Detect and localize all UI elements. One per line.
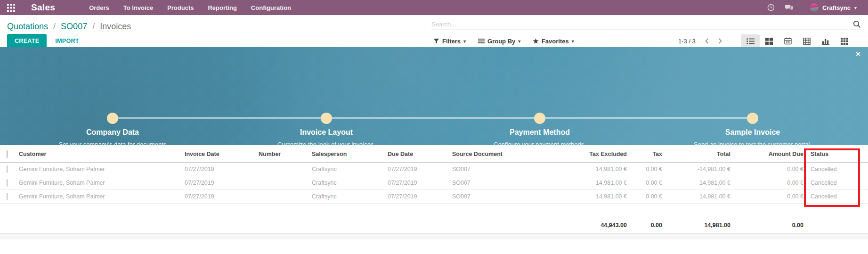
- step-description: Send an invoice to test the customer por…: [691, 140, 814, 145]
- apps-menu-icon[interactable]: [6, 2, 16, 13]
- cell-tax: 0.00 €: [629, 166, 664, 172]
- step-description: Configure your payment methods.: [479, 140, 601, 145]
- cell-total: 14,981.00 €: [664, 193, 732, 200]
- row-checkbox[interactable]: [7, 193, 8, 200]
- breadcrumb-quotations[interactable]: Quotations: [7, 22, 48, 31]
- column-invoice-date[interactable]: Invoice Date: [185, 151, 259, 157]
- step-title: Sample Invoice: [691, 128, 814, 137]
- favorites-dropdown[interactable]: ★ Favorites ▾: [533, 37, 574, 45]
- row-checkbox[interactable]: [7, 179, 8, 187]
- table-row[interactable]: Gemini Furniture, Soham Palmer 07/27/201…: [0, 176, 868, 190]
- cell-customer: Gemini Furniture, Soham Palmer: [19, 180, 185, 186]
- column-number[interactable]: Number: [259, 151, 312, 157]
- list-header-row: Customer Invoice Date Number Salesperson…: [0, 146, 868, 163]
- cell-tax: 0.00 €: [629, 193, 664, 200]
- cell-status: Cancelled: [805, 166, 861, 172]
- column-salesperson[interactable]: Salesperson: [312, 151, 388, 157]
- step-description: Set your company's data for documents he…: [51, 140, 174, 145]
- create-button[interactable]: CREATE: [7, 34, 47, 48]
- top-navbar: Sales Orders To Invoice Products Reporti…: [0, 0, 868, 15]
- user-avatar: [810, 3, 819, 12]
- pager: 1-3 / 3: [678, 38, 723, 45]
- menu-products[interactable]: Products: [167, 4, 194, 11]
- row-checkbox[interactable]: [7, 165, 8, 173]
- onboarding-timeline: [113, 117, 753, 119]
- column-total[interactable]: Total: [664, 151, 732, 157]
- cell-salesperson: Craftsync: [312, 166, 388, 172]
- column-tax-excluded[interactable]: Tax Excluded: [570, 151, 629, 157]
- view-pivot-icon[interactable]: [797, 34, 816, 48]
- total-tax-excluded: 44,943.00: [570, 222, 629, 229]
- cell-amount-due: 0.00 €: [732, 166, 805, 172]
- column-status[interactable]: Status: [805, 151, 861, 157]
- cell-invoice-date: 07/27/2019: [185, 193, 259, 200]
- view-list-icon[interactable]: [741, 34, 760, 48]
- empty-row: [0, 204, 868, 217]
- menu-orders[interactable]: Orders: [89, 4, 109, 11]
- column-amount-due[interactable]: Amount Due: [732, 151, 805, 157]
- breadcrumb-so007[interactable]: SO007: [61, 22, 87, 31]
- view-calendar-icon[interactable]: [779, 34, 797, 48]
- view-activity-icon[interactable]: [835, 34, 854, 48]
- search-bar: [431, 20, 861, 30]
- menu-configuration[interactable]: Configuration: [251, 4, 291, 11]
- onboarding-step-payment-method: Payment Method Configure your payment me…: [479, 128, 601, 145]
- table-row[interactable]: Gemini Furniture, Soham Palmer 07/27/201…: [0, 163, 868, 176]
- chevron-down-icon: ▾: [572, 39, 574, 44]
- timeline-dot-company-data[interactable]: [107, 113, 118, 124]
- search-options: Filters ▾ Group By ▾ ★ Favorites ▾: [433, 37, 574, 45]
- user-menu[interactable]: Craftsync ▾: [810, 3, 857, 12]
- messages-chat-icon[interactable]: [785, 4, 793, 11]
- filters-label: Filters: [442, 38, 461, 45]
- timeline-dot-invoice-layout[interactable]: [321, 113, 332, 124]
- group-by-label: Group By: [487, 38, 515, 45]
- menu-to-invoice[interactable]: To Invoice: [123, 4, 153, 11]
- pager-next-icon[interactable]: [718, 38, 723, 44]
- top-right-tools: Craftsync ▾: [767, 3, 857, 12]
- step-title: Company Data: [51, 128, 174, 137]
- total-tax: 0.00: [629, 222, 664, 229]
- onboarding-banner: × Company Data Set your company's data f…: [0, 47, 868, 145]
- cell-amount-due: 0.00 €: [732, 180, 805, 186]
- view-kanban-icon[interactable]: [760, 34, 779, 48]
- search-icon[interactable]: [853, 20, 861, 28]
- banner-close-icon[interactable]: ×: [856, 50, 860, 58]
- view-graph-icon[interactable]: [816, 34, 835, 48]
- cell-tax-excluded: 14,981.00 €: [570, 193, 629, 200]
- total-amount-due: 0.00: [732, 222, 805, 229]
- list-footer-band: [0, 233, 868, 239]
- step-title: Invoice Layout: [265, 128, 388, 137]
- top-menu: Orders To Invoice Products Reporting Con…: [89, 4, 291, 11]
- user-name: Craftsync: [822, 4, 851, 11]
- chevron-down-icon: ▾: [854, 5, 857, 10]
- filter-funnel-icon: [433, 38, 439, 44]
- column-customer[interactable]: Customer: [19, 151, 185, 157]
- search-input[interactable]: [431, 21, 853, 28]
- column-tax[interactable]: Tax: [629, 151, 664, 157]
- timeline-dot-sample-invoice[interactable]: [747, 113, 758, 124]
- control-panel: Quotations / SO007 / Invoices CREATE IMP…: [0, 16, 868, 50]
- star-icon: ★: [533, 37, 539, 45]
- filters-dropdown[interactable]: Filters ▾: [433, 38, 466, 45]
- import-button[interactable]: IMPORT: [55, 38, 79, 44]
- cell-due-date: 07/27/2019: [388, 166, 452, 172]
- activities-clock-icon[interactable]: [767, 4, 775, 11]
- cell-tax-excluded: 14,981.00 €: [570, 166, 629, 172]
- column-source-document[interactable]: Source Document: [452, 151, 570, 157]
- app-title[interactable]: Sales: [31, 2, 55, 13]
- column-due-date[interactable]: Due Date: [388, 151, 452, 157]
- cell-due-date: 07/27/2019: [388, 180, 452, 186]
- onboarding-step-sample-invoice: Sample Invoice Send an invoice to test t…: [691, 128, 814, 145]
- timeline-dot-payment-method[interactable]: [534, 113, 545, 124]
- group-by-dropdown[interactable]: Group By ▾: [478, 38, 520, 45]
- cell-salesperson: Craftsync: [312, 193, 388, 200]
- select-all-checkbox[interactable]: [7, 150, 8, 158]
- invoice-list: Customer Invoice Date Number Salesperson…: [0, 146, 868, 239]
- cell-due-date: 07/27/2019: [388, 193, 452, 200]
- pager-previous-icon[interactable]: [704, 38, 709, 44]
- breadcrumb-separator: /: [50, 22, 58, 31]
- onboarding-step-company-data: Company Data Set your company's data for…: [51, 128, 174, 145]
- cell-invoice-date: 07/27/2019: [185, 166, 259, 172]
- table-row[interactable]: Gemini Furniture, Soham Palmer 07/27/201…: [0, 190, 868, 204]
- menu-reporting[interactable]: Reporting: [208, 4, 236, 11]
